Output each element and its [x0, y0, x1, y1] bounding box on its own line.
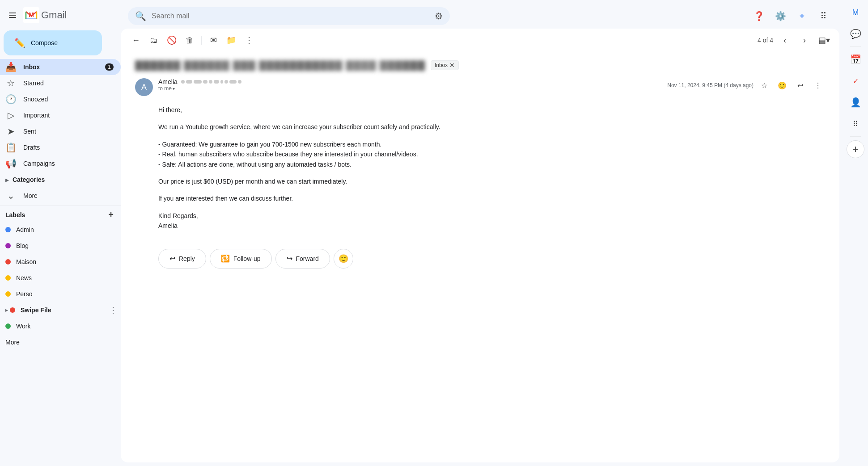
dot2 — [186, 80, 192, 84]
dot3 — [194, 80, 202, 84]
panel-divider — [850, 46, 861, 47]
reply-email-button[interactable]: ↩ — [793, 78, 807, 92]
label-news[interactable]: News — [0, 270, 121, 286]
label-maison[interactable]: Maison — [0, 254, 121, 270]
sidebar-item-more-2[interactable]: More — [0, 334, 121, 350]
toolbar-divider-1 — [201, 36, 202, 45]
delete-button[interactable]: 🗑 — [182, 32, 198, 48]
reply-button[interactable]: ↩ Reply — [158, 249, 206, 269]
categories-header[interactable]: ▸ Categories — [0, 172, 121, 188]
compose-label: Compose — [31, 39, 58, 46]
perso-dot — [5, 291, 11, 297]
swipe-expand-arrow: ▸ — [5, 307, 8, 313]
back-button[interactable]: ← — [128, 32, 144, 48]
label-perso[interactable]: Perso — [0, 286, 121, 302]
search-container: 🔍 ⚙ ❓ ⚙️ ✦ ⠿ — [121, 4, 839, 29]
reply-section: ↩ Reply 🔁 Follow-up ↪ Forward 🙂 — [135, 238, 825, 279]
remove-inbox-tag-button[interactable]: ✕ — [449, 62, 455, 69]
forward-button[interactable]: ↪ Forward — [275, 249, 330, 269]
more-actions-button[interactable]: ⋮ — [241, 32, 257, 48]
dots-panel-button[interactable]: ⠿ — [847, 115, 864, 133]
email-date: Nov 11, 2024, 9:45 PM (4 days ago) — [667, 82, 754, 88]
toolbar-left: ← 🗂 🚫 🗑 ✉ 📁 ⋮ — [128, 32, 257, 48]
sidebar-item-campaigns[interactable]: 📢 Campaigns — [0, 155, 121, 172]
news-dot — [5, 275, 11, 281]
menu-icon[interactable] — [7, 10, 18, 21]
label-blog[interactable]: Blog — [0, 238, 121, 254]
to-me-row[interactable]: to me ▾ — [158, 85, 662, 92]
emoji-reaction-button[interactable]: 🙂 — [334, 249, 353, 269]
campaigns-icon: 📢 — [5, 158, 16, 169]
email-para-1: We run a Youtube growth service, where w… — [158, 122, 825, 132]
sidebar-header: M Gmail — [0, 4, 121, 27]
swipe-file-more-icon[interactable]: ⋮ — [109, 305, 117, 315]
search-filter-icon[interactable]: ⚙ — [435, 11, 443, 21]
chat-panel-button[interactable]: 💬 — [847, 25, 864, 43]
blog-label: Blog — [16, 242, 114, 249]
label-swipe-file[interactable]: ▸ Swipe File ⋮ — [0, 302, 121, 318]
more-label-2: More — [5, 339, 20, 346]
search-input[interactable] — [152, 12, 429, 20]
calendar-panel-button[interactable]: 📅 — [847, 50, 864, 68]
add-panel-button[interactable]: + — [847, 140, 864, 158]
email-toolbar: ← 🗂 🚫 🗑 ✉ 📁 ⋮ 4 of 4 ‹ › ▤▾ — [121, 29, 839, 52]
email-meta-info: Amelia — [158, 78, 662, 92]
tasks-panel-icon: ✓ — [853, 77, 859, 85]
contacts-panel-icon: 👤 — [850, 97, 861, 108]
pagination-info: 4 of 4 — [758, 37, 773, 44]
archive-button[interactable]: 🗂 — [146, 32, 162, 48]
search-bar[interactable]: 🔍 ⚙ — [128, 7, 450, 25]
sidebar-item-inbox[interactable]: 📥 Inbox 1 — [0, 59, 121, 75]
sent-label: Sent — [23, 128, 114, 135]
followup-button[interactable]: 🔁 Follow-up — [210, 249, 272, 269]
add-panel-icon: + — [852, 143, 859, 155]
star-email-button[interactable]: ☆ — [757, 78, 771, 92]
followup-label: Follow-up — [233, 255, 261, 262]
compose-icon: ✏️ — [14, 38, 25, 48]
gmail-panel-icon: M — [852, 8, 859, 17]
help-button[interactable]: ❓ — [750, 7, 768, 25]
blog-dot — [5, 243, 11, 248]
sidebar-item-starred[interactable]: ☆ Starred — [0, 75, 121, 91]
email-subject-row: ▓▓▓▓▓▓ ▓▓▓▓▓▓ ▓▓▓ ▓▓▓▓▓▓▓▓▓▓▓ ▓▓▓▓ ▓▓▓▓▓… — [135, 59, 825, 71]
compose-button[interactable]: ✏️ Compose — [4, 30, 102, 55]
settings-button[interactable]: ⚙️ — [771, 7, 789, 25]
prev-email-button[interactable]: ‹ — [777, 32, 793, 48]
move-button[interactable]: 📁 — [223, 32, 239, 48]
swipe-file-dot — [10, 307, 15, 313]
gmail-logo-svg: M — [23, 7, 39, 23]
label-admin[interactable]: Admin — [0, 222, 121, 238]
reply-label: Reply — [179, 255, 195, 262]
label-work[interactable]: Work — [0, 318, 121, 334]
email-content: ▓▓▓▓▓▓ ▓▓▓▓▓▓ ▓▓▓ ▓▓▓▓▓▓▓▓▓▓▓ ▓▓▓▓ ▓▓▓▓▓… — [121, 52, 839, 462]
emoji-react-button[interactable]: 🙂 — [775, 78, 789, 92]
sidebar-item-more-1[interactable]: ⌄ More — [0, 188, 121, 204]
more-email-actions-button[interactable]: ⋮ — [811, 78, 825, 92]
add-label-button[interactable]: + — [108, 210, 114, 220]
sidebar-item-important[interactable]: ▷ Important — [0, 107, 121, 123]
mark-read-button[interactable]: ✉ — [205, 32, 221, 48]
gemini-button[interactable]: ✦ — [793, 7, 811, 25]
sidebar-item-snoozed[interactable]: 🕐 Snoozed — [0, 91, 121, 107]
gmail-panel-button[interactable]: M — [847, 4, 864, 21]
forward-icon: ↪ — [287, 254, 292, 263]
followup-icon: 🔁 — [221, 254, 230, 263]
view-mode-button[interactable]: ▤▾ — [816, 32, 832, 48]
dot6 — [214, 80, 219, 84]
gemini-icon: ✦ — [798, 11, 806, 21]
sidebar-item-drafts[interactable]: 📋 Drafts — [0, 139, 121, 155]
sidebar-item-sent[interactable]: ➤ Sent — [0, 123, 121, 139]
sidebar: M Gmail ✏️ Compose 📥 Inbox 1 ☆ Starred 🕐… — [0, 0, 121, 466]
apps-button[interactable]: ⠿ — [814, 7, 832, 25]
tasks-panel-button[interactable]: ✓ — [847, 72, 864, 90]
contacts-panel-button[interactable]: 👤 — [847, 93, 864, 111]
spam-button[interactable]: 🚫 — [164, 32, 180, 48]
sender-avatar: A — [135, 78, 153, 96]
toolbar-right: 4 of 4 ‹ › ▤▾ — [758, 32, 832, 48]
next-email-button[interactable]: › — [796, 32, 813, 48]
categories-label: Categories — [13, 176, 45, 183]
calendar-panel-icon: 📅 — [850, 54, 861, 65]
main-area: 🔍 ⚙ ❓ ⚙️ ✦ ⠿ ← 🗂 🚫 🗑 ✉ 📁 ⋮ — [121, 0, 843, 466]
header-actions: ❓ ⚙️ ✦ ⠿ — [750, 7, 832, 25]
work-label: Work — [16, 323, 114, 330]
